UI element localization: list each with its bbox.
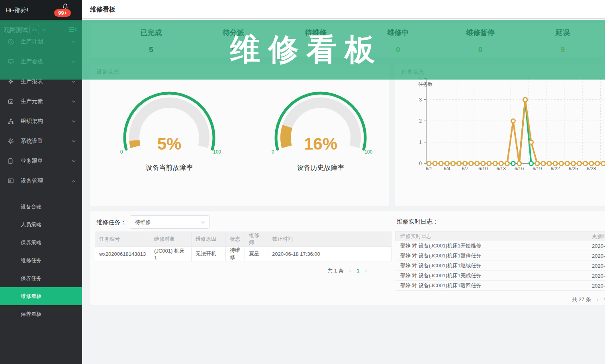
svg-text:5%: 5% xyxy=(157,134,182,153)
stat-paused: 维修暂停 0 xyxy=(439,23,522,57)
sidebar-item-device-ledger[interactable]: 设备台账 xyxy=(0,198,82,216)
total-count: 共 27 条 xyxy=(572,296,591,302)
svg-text:6/10: 6/10 xyxy=(478,166,488,171)
page-title: 维修看板 xyxy=(90,6,116,14)
stat-value: 0 xyxy=(439,45,522,54)
production-board-icon xyxy=(8,58,14,65)
chevron-down-icon xyxy=(72,160,76,163)
svg-text:0: 0 xyxy=(120,149,123,155)
equipment-submenu: 设备台账 人员策略 保养策略 维修任务 保养任务 维修看板 保养看板 xyxy=(0,198,82,323)
stat-value: 9 xyxy=(521,45,604,54)
sidebar-item-production-element[interactable]: 生产元素 xyxy=(0,91,82,111)
sidebar-item-personnel-strategy[interactable]: 人员策略 xyxy=(0,216,82,234)
task-status-title: 任务状态 xyxy=(395,64,605,80)
sidebar-item-maintenance-strategy[interactable]: 保养策略 xyxy=(0,234,82,251)
svg-text:3: 3 xyxy=(419,97,422,103)
repair-tasks-label: 维修任务： xyxy=(96,219,126,226)
svg-text:6/13: 6/13 xyxy=(497,166,506,171)
prev-page-button[interactable]: ‹ xyxy=(349,267,351,274)
svg-text:6/16: 6/16 xyxy=(515,166,524,171)
gear-icon xyxy=(8,138,14,144)
stat-completed: 已完成 5 xyxy=(110,23,192,57)
sidebar-menu: 生产计划 生产看板 生产报表 生产元素 xyxy=(0,32,82,191)
svg-text:6/28: 6/28 xyxy=(587,166,596,171)
notification-badge[interactable]: 99+ xyxy=(54,9,71,17)
user-greeting: Hi~邵婷! xyxy=(6,7,28,14)
stat-repairing: 维修中 0 xyxy=(357,23,439,57)
user-bar: Hi~邵婷! 99+ xyxy=(0,0,82,22)
select-chevron-down-icon xyxy=(201,221,205,224)
stat-pending-dispatch: 待分派 8 xyxy=(192,23,275,57)
lower-card: 维修任务： 待维修 任务编号 维修对象 维修原因 状态 维修师 xyxy=(90,211,605,305)
stat-value: 1 xyxy=(274,45,357,54)
chevron-down-icon xyxy=(72,80,76,83)
svg-text:0: 0 xyxy=(419,161,422,166)
repair-log-pagination: 共 27 条 ‹ 1 › xyxy=(395,296,605,303)
repair-log-label: 维修实时日志： xyxy=(395,214,605,231)
device-status-panel: 设备状态 5%0100 设备当前故障率 16%0100 设备历史故障率 xyxy=(90,64,389,206)
task-chart: 任务数012346/16/46/76/106/136/166/196/226/2… xyxy=(395,78,605,197)
svg-text:16%: 16% xyxy=(304,134,337,153)
gauge-current-fault-rate: 5%0100 设备当前故障率 xyxy=(102,89,237,172)
sidebar-item-production-plan[interactable]: 生产计划 xyxy=(0,32,82,52)
log-row[interactable]: 邵婷 对 设备(JC001)机床1驳回任务 2020-06 xyxy=(396,281,605,291)
svg-text:6/1: 6/1 xyxy=(426,166,433,171)
title-bar: 维修看板 xyxy=(82,0,605,19)
page-number[interactable]: 1 xyxy=(356,268,359,274)
sidebar-item-organization[interactable]: 组织架构 xyxy=(0,111,82,131)
chevron-down-icon xyxy=(72,140,76,143)
sidebar-item-repair-tasks[interactable]: 维修任务 xyxy=(0,251,82,269)
table-row[interactable]: wx20200618143813 (JC001) 机床1 无法开机 待维修 夏星… xyxy=(95,247,392,261)
document-icon xyxy=(8,158,14,164)
chevron-up-icon xyxy=(72,180,76,183)
gauge-history-fault-rate: 16%0100 设备历史故障率 xyxy=(253,89,388,172)
svg-text:6/22: 6/22 xyxy=(550,166,560,171)
repair-tasks-block: 维修任务： 待维修 任务编号 维修对象 维修原因 状态 维修师 xyxy=(95,214,392,274)
task-status-panel: 任务状态 任务数012346/16/46/76/106/136/166/196/… xyxy=(395,64,605,206)
production-report-icon xyxy=(8,78,14,85)
log-row[interactable]: 邵婷 对 设备(JC001)机床1完成任务 2020-06 xyxy=(396,271,605,281)
sidebar-item-production-report[interactable]: 生产报表 xyxy=(0,72,82,91)
sidebar-item-maintenance-tasks[interactable]: 保养任务 xyxy=(0,269,82,287)
sidebar-item-settings[interactable]: 系统设置 xyxy=(0,131,82,151)
status-filter-select[interactable]: 待维修 xyxy=(130,215,209,229)
svg-text:6/25: 6/25 xyxy=(569,166,578,171)
sidebar-item-business-orders[interactable]: 业务跟单 xyxy=(0,151,82,171)
sidebar-item-repair-board[interactable]: 维修看板 xyxy=(0,287,82,305)
svg-text:1: 1 xyxy=(419,140,422,145)
chevron-down-icon xyxy=(72,60,76,63)
svg-text:2: 2 xyxy=(419,118,422,124)
stat-value: 8 xyxy=(192,45,275,54)
sidebar-item-equipment[interactable]: 设备管理 xyxy=(0,171,82,191)
device-status-title: 设备状态 xyxy=(90,64,389,80)
production-plan-icon xyxy=(8,39,14,45)
svg-text:4: 4 xyxy=(419,78,422,81)
stat-delayed: 延误 9 xyxy=(521,23,604,57)
repair-log-table: 维修实时日志 更新时间 邵婷 对 设备(JC001)机床1开始维修 2020-0… xyxy=(395,231,605,291)
svg-text:任务数: 任务数 xyxy=(418,82,433,87)
stat-value: 0 xyxy=(357,45,439,54)
sidebar-item-production-board[interactable]: 生产看板 xyxy=(0,52,82,72)
stat-pending-repair: 待维修 1 xyxy=(274,23,357,57)
prev-page-button[interactable]: ‹ xyxy=(597,296,599,302)
main-content: 维修看板 已完成 5 待分派 8 待维修 1 维修中 0 维修暂停 0 延误 9… xyxy=(82,0,605,364)
stats-card: 已完成 5 待分派 8 待维修 1 维修中 0 维修暂停 0 延误 9 xyxy=(90,23,604,57)
chevron-down-icon xyxy=(72,100,76,103)
log-row[interactable]: 邵婷 对 设备(JC001)机床1开始维修 2020-06 xyxy=(396,241,605,251)
next-page-button[interactable]: › xyxy=(365,267,367,274)
equipment-icon xyxy=(8,178,14,184)
repair-tasks-table: 任务编号 维修对象 维修原因 状态 维修师 截止时间 wx20200618143… xyxy=(95,232,392,261)
svg-text:6/7: 6/7 xyxy=(462,166,468,171)
svg-text:100: 100 xyxy=(364,149,372,155)
sidebar-item-maintenance-board[interactable]: 保养看板 xyxy=(0,305,82,323)
svg-text:6/4: 6/4 xyxy=(444,166,450,171)
log-row[interactable]: 邵婷 对 设备(JC001)机床1继续任务 2020-06 xyxy=(396,261,605,271)
workspace-chevron-down-icon[interactable] xyxy=(41,28,46,31)
status-filter-value: 待维修 xyxy=(135,219,151,226)
total-count: 共 1 条 xyxy=(327,268,343,274)
log-row[interactable]: 邵婷 对 设备(JC001)机床1暂停任务 2020-06 xyxy=(396,251,605,261)
svg-text:0: 0 xyxy=(272,149,274,155)
sidebar: Hi~邵婷! 99+ 现网测试 xyxy=(0,0,82,364)
production-element-icon xyxy=(8,98,14,105)
stat-value: 5 xyxy=(110,45,192,54)
